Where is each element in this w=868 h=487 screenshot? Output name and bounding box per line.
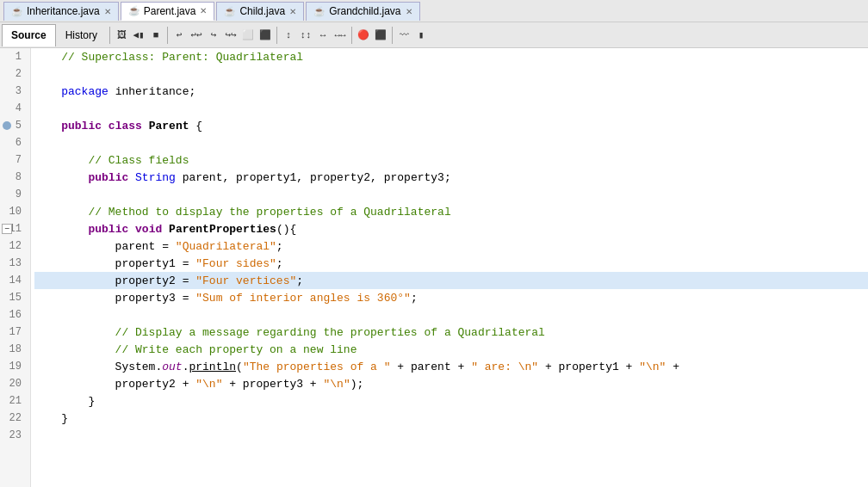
history-tab[interactable]: History [56, 24, 107, 46]
code-area: 1 2 3 4 5 6 7 8 9 10 − 11 12 13 14 15 16… [0, 48, 868, 487]
code-line-10: // Method to display the properties of a… [34, 203, 868, 220]
toolbar-icon-sq[interactable]: ⬛ [372, 27, 389, 44]
java-icon-1: ☕ [11, 6, 23, 17]
line-num-15: 15 [0, 289, 27, 306]
code-line-5: public class Parent { [34, 117, 868, 134]
line-num-14: 14 [0, 272, 27, 289]
comment-1: // Superclass: Parent: Quadrilateral [34, 51, 303, 64]
code-line-2 [34, 65, 868, 83]
toolbar-sep-3 [276, 27, 277, 44]
tab-close-grandchild[interactable]: ✕ [406, 7, 412, 16]
toolbar-sep-2 [167, 27, 168, 44]
line-num-21: 21 [0, 392, 27, 410]
code-line-4 [34, 100, 868, 117]
line-num-19: 19 [0, 358, 27, 375]
code-line-13: property1 = "Four sides"; [34, 255, 868, 272]
toolbar-icon-1[interactable]: 🖼 [113, 27, 130, 44]
toolbar-icon-13[interactable]: ↔↔ [332, 27, 349, 44]
tab-label-grandchild: Grandchild.java [329, 5, 400, 17]
code-line-3: package inheritance; [34, 83, 868, 100]
line-num-13: 13 [0, 255, 27, 272]
line-num-18: 18 [0, 341, 27, 358]
toolbar-icon-10[interactable]: ↕ [280, 27, 297, 44]
toolbar-icon-7[interactable]: ↪↪ [222, 27, 239, 44]
tab-label-parent: Parent.java [144, 5, 196, 17]
line-num-3: 3 [0, 83, 27, 100]
java-icon-4: ☕ [313, 6, 326, 17]
line-num-6: 6 [0, 134, 27, 151]
line-num-10: 10 [0, 203, 27, 220]
line-num-16: 16 [0, 306, 27, 324]
code-line-22: } [34, 410, 868, 427]
code-line-16 [34, 306, 868, 324]
line-num-8: 8 [0, 169, 27, 186]
toolbar-icon-5[interactable]: ↩↩ [188, 27, 205, 44]
line-num-20: 20 [0, 375, 27, 392]
tab-close-parent[interactable]: ✕ [200, 6, 207, 15]
code-line-20: property2 + "\n" + property3 + "\n"); [34, 375, 868, 392]
code-line-1: // Superclass: Parent: Quadrilateral [34, 48, 868, 65]
line-num-7: 7 [0, 151, 27, 169]
line-num-1: 1 [0, 48, 27, 65]
toolbar-icon-bar[interactable]: ▮ [412, 27, 430, 44]
tab-grandchild[interactable]: ☕ Grandchild.java ✕ [306, 2, 419, 21]
code-line-12: parent = "Quadrilateral"; [34, 237, 868, 255]
toolbar-sep-1 [109, 27, 110, 44]
tab-label-child: Child.java [239, 5, 285, 17]
code-line-23 [34, 427, 868, 444]
java-icon-2: ☕ [128, 5, 140, 16]
toolbar-icon-3[interactable]: ■ [147, 27, 164, 44]
source-tab[interactable]: Source [2, 24, 56, 46]
line-num-17: 17 [0, 324, 27, 341]
line-num-12: 12 [0, 237, 27, 255]
line-num-23: 23 [0, 427, 27, 444]
java-icon-3: ☕ [224, 6, 236, 17]
line-num-2: 2 [0, 65, 27, 83]
line-num-9: 9 [0, 186, 27, 203]
toolbar-sep-4 [351, 27, 352, 44]
code-line-18: // Write each property on a new line [34, 341, 868, 358]
toolbar-icon-wave[interactable]: 〰 [395, 27, 412, 44]
code-line-21: } [34, 392, 868, 410]
line-num-5: 5 [0, 117, 27, 134]
code-line-9 [34, 186, 868, 203]
toolbar-icon-8[interactable]: ⬜ [239, 27, 257, 44]
line-num-22: 22 [0, 410, 27, 427]
line-numbers: 1 2 3 4 5 6 7 8 9 10 − 11 12 13 14 15 16… [0, 48, 31, 487]
fold-icon[interactable]: − [2, 224, 12, 234]
toolbar-icon-stop[interactable]: 🔴 [355, 27, 372, 44]
line-num-11: − 11 [0, 220, 27, 237]
toolbar-icon-9[interactable]: ⬛ [257, 27, 274, 44]
toolbar-icon-6[interactable]: ↪ [205, 27, 222, 44]
line-num-4: 4 [0, 100, 27, 117]
toolbar-icon-2[interactable]: ◀▮ [130, 27, 147, 44]
code-line-6 [34, 134, 868, 151]
toolbar-icon-4[interactable]: ↩ [170, 27, 188, 44]
toolbar: Source History 🖼 ◀▮ ■ ↩ ↩↩ ↪ ↪↪ ⬜ ⬛ ↕ ↕↕… [0, 22, 868, 48]
code-content[interactable]: // Superclass: Parent: Quadrilateral pac… [31, 48, 868, 487]
tab-parent[interactable]: ☕ Parent.java ✕ [121, 2, 215, 21]
code-line-7: // Class fields [34, 151, 868, 169]
tab-inheritance[interactable]: ☕ Inheritance.java ✕ [3, 2, 119, 21]
code-line-8: public String parent, property1, propert… [34, 169, 868, 186]
tab-label-inheritance: Inheritance.java [27, 5, 100, 17]
toolbar-icon-11[interactable]: ↕↕ [297, 27, 314, 44]
code-line-17: // Display a message regarding the prope… [34, 324, 868, 341]
toolbar-sep-5 [392, 27, 393, 44]
class-gutter-icon [3, 121, 11, 130]
code-line-11: public void ParentProperties(){ [34, 220, 868, 237]
tab-close-inheritance[interactable]: ✕ [104, 7, 111, 16]
code-line-19: System.out.println("The properties of a … [34, 358, 868, 375]
toolbar-icon-12[interactable]: ↔ [314, 27, 332, 44]
tab-close-child[interactable]: ✕ [289, 7, 296, 16]
code-line-14: property2 = "Four vertices"; [34, 272, 868, 289]
tab-child[interactable]: ☕ Child.java ✕ [216, 2, 304, 21]
tab-bar: ☕ Inheritance.java ✕ ☕ Parent.java ✕ ☕ C… [0, 0, 868, 22]
code-line-15: property3 = "Sum of interior angles is 3… [34, 289, 868, 306]
